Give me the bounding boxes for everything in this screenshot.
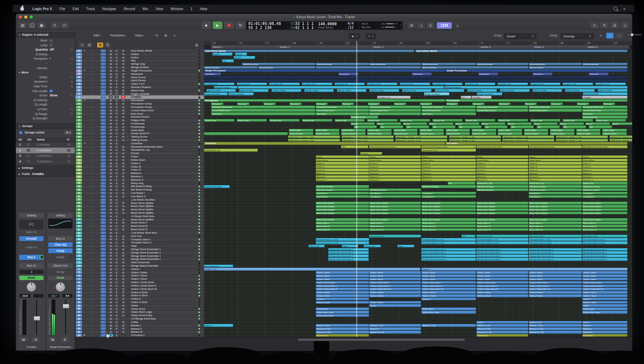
arrange-clip[interactable]: Sto — [563, 125, 586, 128]
arrange-clip[interactable]: Basses III (-12) — [529, 331, 582, 334]
solo-button[interactable]: S — [114, 129, 119, 131]
arrange-clip[interactable]: Flutes Short — [369, 159, 421, 162]
arrange-clip[interactable]: CLAPS 4-4-8 — [204, 83, 234, 86]
arrange-clip[interactable]: talkingdrum_phrase_2_bip — [288, 139, 340, 142]
record-enable-button[interactable]: R — [121, 56, 125, 59]
strip-slot-bus-5[interactable]: Bus 5 — [19, 255, 44, 260]
solo-button[interactable]: S — [114, 235, 119, 238]
solo-button[interactable]: S — [114, 192, 119, 194]
arrange-clip[interactable]: Percussi — [263, 102, 276, 105]
marker-cell[interactable]: Marker 4 — [479, 45, 534, 49]
arrange-clip[interactable]: Dragon Hits — [335, 119, 365, 122]
record-enable-button[interactable]: R — [121, 79, 125, 82]
track-row[interactable]: 94▶♪○MSOrchestra 2 — [75, 334, 204, 337]
solo-button[interactable]: S — [114, 308, 119, 310]
inspector-field-row[interactable]: Score:Show⇅ — [16, 93, 75, 98]
track-power-icon[interactable]: ○ — [101, 195, 106, 198]
arrange-clip[interactable]: Low Brass I — [529, 192, 582, 195]
settings-header[interactable]: ▶Settings — [16, 165, 75, 171]
arrange-clip[interactable]: Swooshes — [478, 72, 498, 75]
arrange-clip[interactable]: Bassoon I — [421, 175, 476, 178]
arrange-clip[interactable]: Percussion Ensemble — [476, 105, 528, 109]
arrange-clip[interactable]: AFRO FEET — [419, 129, 444, 132]
mute-button[interactable]: M — [109, 314, 113, 317]
solo-button[interactable]: S — [114, 126, 119, 128]
arrange-clip[interactable]: Violins II divisi — [316, 301, 369, 304]
arrange-clip[interactable]: Percussion Ensemble — [316, 105, 369, 109]
arrange-clip[interactable]: talkingdrum_phrase_1_bip — [449, 135, 501, 139]
arrange-clip[interactable]: Mid Brass Ending — [476, 185, 528, 188]
record-enable-button[interactable]: R — [121, 50, 125, 52]
solo-button[interactable]: S — [114, 122, 119, 125]
arrange-clip[interactable]: Percussi — [577, 102, 589, 105]
solo-button[interactable]: S — [114, 182, 119, 185]
arrange-clip[interactable]: Violins I Divisi Short II — [582, 284, 627, 287]
solo-button[interactable]: S — [114, 218, 119, 221]
field-stepper-icon[interactable]: ⇅ — [71, 112, 73, 117]
arrange-clip[interactable]: Crotales — [582, 96, 627, 99]
arrange-clip[interactable]: Violins I Short — [316, 278, 369, 281]
field-checkbox[interactable] — [50, 90, 53, 92]
mute-button[interactable]: M — [109, 66, 113, 69]
arrange-clip[interactable]: Dragon Hits — [204, 119, 234, 122]
arrange-clip[interactable]: Flutes III — [421, 165, 476, 168]
mute-button[interactable]: M — [109, 182, 113, 185]
arrange-clip[interactable]: talkingdrum_phrase_1_bip — [288, 135, 340, 139]
track-power-icon[interactable]: ○ — [101, 321, 106, 324]
track-power-icon[interactable]: ○ — [101, 221, 106, 224]
arrange-clip[interactable]: Cellos — [476, 321, 528, 324]
arrange-clip[interactable]: Brass Short Spitfire — [316, 208, 369, 211]
arrange-clip[interactable]: Piccolo — [360, 152, 382, 155]
arrange-clip[interactable]: Swooshes — [412, 72, 432, 75]
record-enable-button[interactable]: R — [121, 76, 125, 79]
arrange-clip[interactable]: Brass Short III — [421, 225, 476, 228]
arrange-clip[interactable]: METAL PODS — [435, 89, 465, 92]
arrange-clip[interactable]: Solo horn (-12) — [582, 235, 627, 238]
arrange-clip[interactable] — [204, 76, 627, 79]
mute-button[interactable]: M — [109, 324, 113, 327]
mute-button[interactable]: M — [109, 271, 113, 274]
arrange-clip[interactable]: Sto — [354, 125, 377, 128]
arrange-clip[interactable]: Brass Short Spitfire — [421, 208, 476, 211]
arrange-clip[interactable]: Ewe Drum — [421, 112, 476, 115]
record-enable-button[interactable]: R — [121, 188, 125, 191]
arrange-clip[interactable]: Brass Short Spitfire — [316, 205, 369, 208]
track-power-icon[interactable]: ○ — [101, 129, 106, 131]
track-power-icon[interactable]: ○ — [101, 152, 106, 155]
mute-button[interactable]: M — [109, 63, 113, 65]
arrange-clip[interactable]: Violins II Short — [582, 291, 627, 294]
arrange-clip[interactable]: Violins I Divisi — [529, 271, 582, 274]
mute-button[interactable]: M — [109, 175, 113, 178]
arrange-clip[interactable]: GROUP WOO — [393, 132, 418, 135]
arrange-clip[interactable]: Swooshes — [533, 72, 553, 75]
arrange-clip[interactable]: Bassoon II — [476, 178, 528, 181]
record-enable-button[interactable]: R — [121, 251, 125, 254]
mute-button[interactable]: M — [109, 112, 113, 115]
disclosure-triangle-icon[interactable]: ▼ — [84, 99, 86, 102]
cmd-click-tool-selector[interactable]: + ▾ — [366, 33, 376, 39]
track-power-icon[interactable]: ○ — [101, 258, 106, 261]
library-icon[interactable]: ▤ — [19, 22, 27, 28]
arrange-clip[interactable]: Stomp — [351, 122, 375, 125]
mute-button[interactable]: M — [109, 254, 113, 257]
inspector-field-row[interactable]: Q-Range:⇅ — [16, 112, 75, 117]
field-checkbox[interactable] — [50, 39, 53, 42]
arrange-clip[interactable]: Violins I Divisi Short III — [316, 287, 369, 291]
arrange-clip[interactable]: Flutes Short — [529, 159, 582, 162]
solo-button[interactable]: S — [114, 66, 119, 69]
arrange-clip[interactable]: Brass long (-12) — [476, 182, 528, 185]
record-enable-button[interactable]: R — [121, 165, 125, 168]
record-enable-button[interactable]: R — [121, 175, 125, 178]
track-power-icon[interactable]: ○ — [101, 83, 106, 85]
solo-button[interactable]: S — [114, 135, 119, 138]
record-enable-button[interactable]: R — [121, 89, 125, 92]
disclosure-triangle-icon[interactable]: ▶ — [84, 334, 85, 337]
arrange-clip[interactable]: Bassoon II — [369, 178, 421, 181]
arrange-clip[interactable]: Brass Short Spitfire — [316, 202, 369, 205]
arrange-clip[interactable]: Sto — [432, 125, 455, 128]
groups-header[interactable]: ▼Groups — [16, 123, 75, 129]
track-power-icon[interactable]: ○ — [101, 132, 106, 135]
arrange-clip[interactable]: Violins I Divisi Short — [529, 281, 582, 284]
track-power-icon[interactable]: ○ — [101, 212, 106, 214]
track-power-icon[interactable]: ○ — [101, 92, 106, 95]
